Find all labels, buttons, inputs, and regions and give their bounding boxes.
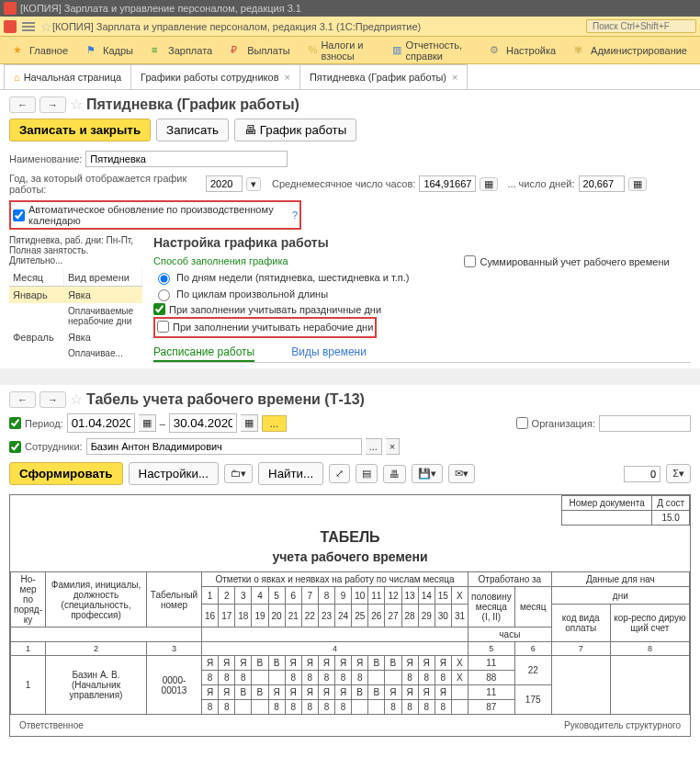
nav-fwd-button[interactable]: →: [40, 96, 66, 113]
subtab-schedule[interactable]: Расписание работы: [153, 344, 254, 362]
app-toolbar: ☆ [КОПИЯ] Зарплата и управление персонал…: [0, 17, 700, 37]
name-input[interactable]: [85, 151, 288, 167]
menu-kadry[interactable]: ⚑Кадры: [77, 37, 142, 63]
close-icon[interactable]: ×: [285, 72, 290, 83]
print-button[interactable]: 🖶 График работы: [234, 119, 356, 141]
tab-home[interactable]: ⌂Начальная страница: [4, 64, 131, 89]
org-checkbox[interactable]: [516, 417, 528, 429]
form-schedule: ← → ☆ Пятидневка (График работы) Записат…: [0, 90, 700, 368]
date-from-input[interactable]: [67, 413, 135, 433]
tab-pyatidnevka[interactable]: Пятидневка (График работы)×: [299, 64, 469, 89]
hamburger-icon[interactable]: [22, 20, 35, 33]
form-button[interactable]: Сформировать: [9, 462, 123, 485]
period-label: Период:: [25, 418, 63, 429]
chk-nonworking[interactable]: При заполнении учитывать нерабочие дни: [157, 321, 373, 333]
emp-checkbox[interactable]: [9, 441, 21, 453]
star-icon[interactable]: ☆: [40, 19, 52, 34]
th-days: дни: [551, 587, 689, 605]
nav-fwd-button[interactable]: →: [40, 391, 66, 408]
th-worked: Отработано за: [469, 572, 552, 587]
nav-back-button[interactable]: ←: [9, 96, 36, 113]
emp-label: Сотрудники:: [25, 441, 83, 452]
menu-zarplata[interactable]: ≡Зарплата: [142, 37, 221, 63]
cell-tabnum: 0000-00013: [147, 656, 202, 715]
menu-otchet[interactable]: ▥Отчетность, справки: [383, 37, 480, 63]
cell-fio: Базин А. В. (Начальник управления): [46, 656, 147, 715]
avghours-input[interactable]: [419, 175, 476, 192]
menu-main[interactable]: ★Главное: [4, 37, 77, 63]
report-subtitle: учета рабочего времени: [10, 549, 690, 571]
app-logo-icon: [4, 2, 17, 15]
mail-icon[interactable]: ✉▾: [448, 464, 475, 483]
dash: –: [160, 418, 165, 429]
name-label: Наименование:: [9, 153, 82, 164]
variant-button[interactable]: 🗀▾: [224, 464, 253, 483]
days-label: ... число дней:: [507, 178, 574, 189]
calc-icon[interactable]: ▦: [480, 177, 498, 191]
ellipsis-button[interactable]: ...: [366, 438, 382, 455]
star-icon[interactable]: ☆: [70, 96, 83, 113]
autoupdate-checkbox[interactable]: Автоматическое обновление по производств…: [13, 204, 298, 226]
highlight-box: Автоматическое обновление по производств…: [9, 200, 301, 230]
search-input[interactable]: [586, 19, 696, 33]
menu-vyplaty[interactable]: ₽Выплаты: [221, 37, 299, 63]
docnum-header: Номер документа: [562, 496, 652, 511]
settings-title: Настройка графика работы: [153, 235, 691, 250]
app-logo-icon: [4, 20, 17, 33]
close-icon[interactable]: ×: [452, 72, 457, 83]
save-icon[interactable]: 💾▾: [412, 464, 443, 483]
year-spinner[interactable]: ▾: [246, 177, 261, 191]
tabs-bar: ⌂Начальная страница Графики работы сотру…: [0, 64, 700, 90]
print-icon[interactable]: 🖶: [383, 465, 406, 483]
menu-admin[interactable]: ✾Администрирование: [565, 37, 696, 63]
separator: [0, 368, 700, 385]
cell-month: Февраль: [9, 329, 64, 345]
subtab-kinds[interactable]: Виды времени: [291, 344, 367, 362]
settings-button[interactable]: Настройки...: [129, 462, 219, 485]
chk-summarized[interactable]: Суммированный учет рабочего времени: [464, 255, 669, 267]
days-input[interactable]: [579, 175, 625, 192]
radio-byweekdays[interactable]: По дням недели (пятидневка, шестидневка …: [153, 270, 409, 285]
sum-icon[interactable]: Σ▾: [666, 464, 691, 483]
star-icon[interactable]: ☆: [70, 390, 83, 408]
main-menu: ★Главное ⚑Кадры ≡Зарплата ₽Выплаты %Нало…: [0, 37, 700, 64]
radio-bycycles[interactable]: По циклам произвольной длины: [153, 287, 409, 301]
report-area: Номер документаД сост 15.0 ТАБЕЛЬ учета …: [9, 494, 691, 737]
expand-icon[interactable]: ⤢: [329, 464, 350, 483]
org-input[interactable]: [599, 415, 691, 432]
th-marks: Отметки о явках и неявках на работу по ч…: [202, 572, 469, 587]
menu-nastr[interactable]: ⚙Настройка: [480, 37, 565, 63]
menu-nalogi[interactable]: %Налоги и взносы: [299, 37, 384, 63]
page-title: Пятидневка (График работы): [86, 96, 299, 113]
save-button[interactable]: Записать: [156, 119, 229, 141]
col-month: Месяц: [9, 269, 64, 286]
tab-schedules[interactable]: Графики работы сотрудников×: [130, 64, 300, 89]
nav-back-button[interactable]: ←: [9, 391, 36, 408]
help-icon[interactable]: ?: [292, 209, 298, 220]
calendar-icon[interactable]: ▦: [241, 414, 258, 432]
calendar-icon[interactable]: ▦: [139, 414, 156, 432]
report-title: ТАБЕЛЬ: [10, 526, 690, 549]
chk-holidays[interactable]: При заполнении учитывать праздничные дни: [153, 303, 409, 315]
desc-text: Полная занятость. Длительно...: [9, 245, 88, 266]
find-button[interactable]: Найти...: [258, 462, 323, 485]
clear-button[interactable]: ×: [386, 438, 400, 455]
fill-method-label: Способ заполнения графика: [153, 255, 409, 266]
page-title: Табель учета рабочего времени (Т-13): [86, 391, 365, 408]
count-input[interactable]: [624, 466, 660, 482]
foot-left: Ответственное: [19, 720, 84, 730]
form-t13: ← → ☆ Табель учета рабочего времени (Т-1…: [0, 385, 700, 742]
date-to-input[interactable]: [169, 413, 237, 433]
cell-kind: Оплачивае...: [64, 345, 142, 361]
year-label: Год, за который отображается график рабо…: [9, 173, 202, 195]
org-label: Организация:: [532, 418, 595, 429]
calc-icon[interactable]: ▦: [628, 177, 647, 191]
table-icon[interactable]: ▤: [356, 464, 378, 483]
th-data: Данные для нач: [551, 572, 689, 587]
period-checkbox[interactable]: [9, 417, 21, 429]
save-close-button[interactable]: Записать и закрыть: [9, 119, 151, 141]
period-ellipsis-button[interactable]: ...: [262, 415, 287, 432]
year-input[interactable]: [206, 175, 243, 192]
emp-input[interactable]: [86, 438, 362, 455]
cell-month: Январь: [9, 287, 64, 303]
